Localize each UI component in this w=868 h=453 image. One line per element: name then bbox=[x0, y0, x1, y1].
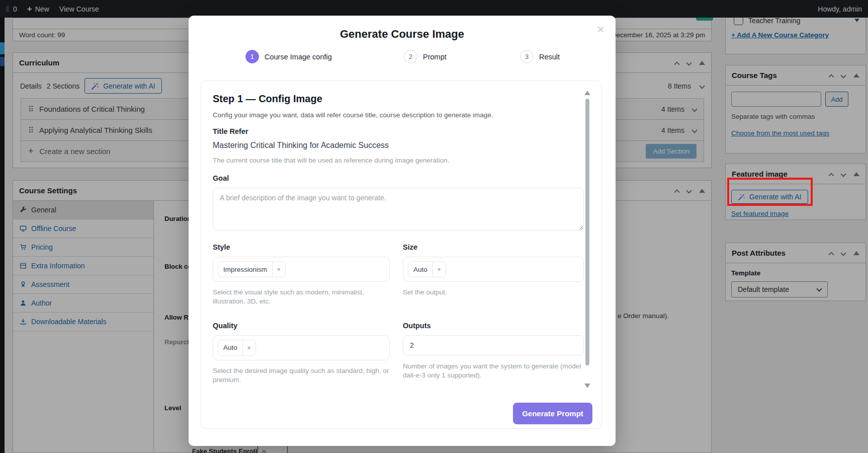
scrollbar-thumb[interactable] bbox=[585, 99, 589, 365]
step-label: Course Image config bbox=[265, 53, 332, 61]
size-label: Size bbox=[403, 243, 584, 251]
quality-chip-text: Auto bbox=[218, 344, 242, 351]
style-field: Style Impressionism × Select the visual … bbox=[213, 243, 390, 306]
style-help: Select the visual style such as modern, … bbox=[213, 288, 390, 306]
remove-tag-icon[interactable]: × bbox=[432, 262, 446, 277]
close-icon[interactable]: × bbox=[597, 23, 604, 36]
remove-tag-icon[interactable]: × bbox=[242, 340, 255, 355]
step-prompt: 2 Prompt bbox=[404, 50, 447, 63]
remove-tag-icon[interactable]: × bbox=[272, 262, 285, 277]
step-number: 3 bbox=[520, 50, 534, 63]
page: 0 + New View Course Howdy, admin Word co… bbox=[0, 0, 868, 453]
scroll-up-icon[interactable] bbox=[584, 91, 590, 95]
generate-prompt-button[interactable]: Generate Prompt bbox=[513, 403, 592, 424]
style-chip: Impressionism × bbox=[218, 261, 286, 277]
goal-textarea[interactable] bbox=[213, 188, 584, 231]
step-number: 1 bbox=[245, 50, 259, 63]
style-label: Style bbox=[213, 243, 390, 251]
style-chip-text: Impressionism bbox=[218, 266, 272, 273]
outputs-label: Outputs bbox=[403, 322, 584, 330]
size-chip-text: Auto bbox=[408, 266, 432, 273]
outputs-field: Outputs Number of images you want the sy… bbox=[403, 322, 584, 385]
style-tag-input[interactable]: Impressionism × bbox=[213, 257, 390, 282]
generate-course-image-modal: × Generate Course Image 1 Course Image c… bbox=[189, 16, 616, 446]
step-course-image-config: 1 Course Image config bbox=[245, 50, 332, 63]
outputs-help: Number of images you want the system to … bbox=[403, 362, 584, 380]
size-field: Size Auto × Set the output. bbox=[403, 243, 584, 306]
step-label: Prompt bbox=[423, 53, 447, 61]
size-tag-input[interactable]: Auto × bbox=[403, 257, 584, 282]
quality-help: Select the desired image quality such as… bbox=[213, 366, 390, 385]
step-description: Config your image you want, data will re… bbox=[213, 111, 583, 119]
step-result: 3 Result bbox=[520, 50, 560, 63]
size-chip: Auto × bbox=[408, 261, 446, 277]
title-refer-label: Title Refer bbox=[213, 127, 583, 135]
outputs-input[interactable] bbox=[403, 335, 584, 355]
quality-tag-input[interactable]: Auto × bbox=[213, 335, 390, 360]
quality-label: Quality bbox=[213, 322, 390, 330]
modal-title: Generate Course Image bbox=[189, 16, 616, 41]
step-heading: Step 1 — Config Image bbox=[213, 93, 583, 105]
config-card: Step 1 — Config Image Config your image … bbox=[201, 81, 602, 429]
scroll-down-icon[interactable] bbox=[584, 384, 590, 388]
title-refer-value: Mastering Critical Thinking for Academic… bbox=[213, 141, 583, 150]
quality-field: Quality Auto × Select the desired image … bbox=[213, 322, 390, 385]
goal-label: Goal bbox=[213, 174, 583, 182]
step-number: 2 bbox=[404, 50, 417, 63]
size-help: Set the output. bbox=[403, 288, 584, 297]
step-label: Result bbox=[539, 53, 560, 61]
title-refer-help: The current course title that will be us… bbox=[213, 156, 583, 165]
quality-chip: Auto × bbox=[218, 340, 256, 356]
